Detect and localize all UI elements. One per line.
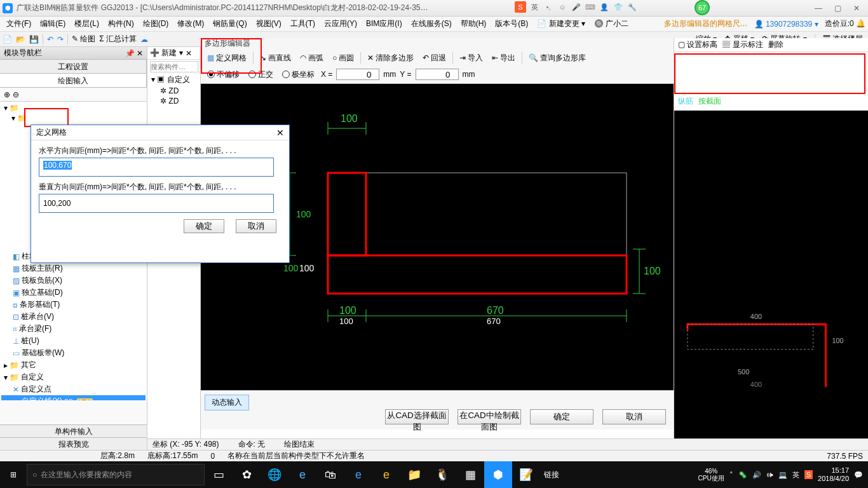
dialog-close-icon[interactable]: ✕: [276, 128, 284, 138]
edge2-icon[interactable]: e: [344, 461, 372, 488]
user-switch[interactable]: 🔘 广小二: [590, 17, 632, 30]
dialog-cancel-button[interactable]: 取消: [236, 219, 276, 233]
menu-cloud[interactable]: 云应用(Y): [320, 17, 361, 30]
close-icon[interactable]: ✕: [186, 49, 192, 58]
section-label[interactable]: 按截面: [698, 96, 721, 107]
menu-view[interactable]: 视图(V): [252, 17, 285, 30]
link-label[interactable]: 链接: [540, 470, 563, 480]
ime-icon-1[interactable]: •,: [543, 1, 554, 13]
menu-file[interactable]: 文件(F): [3, 17, 35, 30]
draw-circle-button[interactable]: ○ 画圆: [330, 51, 356, 65]
clear-poly-button[interactable]: ✕ 清除多边形: [365, 51, 416, 65]
set-elevation-button[interactable]: ▢ 设置标高: [678, 39, 717, 50]
tab-report[interactable]: 报表预览: [0, 437, 147, 450]
app-icon[interactable]: ✿: [233, 461, 261, 488]
tray-up-icon[interactable]: ˄: [729, 471, 733, 479]
new-component-button[interactable]: ➕ 新建 ▾: [150, 48, 183, 58]
close-button[interactable]: ✕: [848, 2, 865, 15]
taskbar-search[interactable]: ○ 在这里输入你要搜索的内容: [27, 464, 205, 485]
radio-polar[interactable]: 极坐标: [280, 68, 317, 81]
sum-button[interactable]: Σ 汇总计算: [99, 34, 137, 44]
tree-custom-point[interactable]: ✕ 自定义点: [1, 383, 146, 395]
comp-item[interactable]: ✲ ZD: [147, 86, 200, 96]
open-file-icon[interactable]: 📂: [16, 35, 25, 44]
ime-wrench-icon[interactable]: 🔧: [627, 1, 638, 13]
tree-item[interactable]: ▨ 筏板负筋(X): [1, 274, 146, 287]
draw-mode[interactable]: ✎ 绘图: [72, 34, 95, 44]
tab-single-input[interactable]: 单构件输入: [0, 424, 147, 437]
right-canvas[interactable]: 400 100 500 400: [674, 111, 868, 450]
tab-project-setting[interactable]: 工程设置: [0, 60, 147, 73]
tray-wifi-icon[interactable]: 💻: [778, 471, 787, 479]
menu-modify[interactable]: 修改(M): [173, 17, 208, 30]
tree-item[interactable]: ▣ 独立基础(D): [1, 287, 146, 299]
ime-mic-icon[interactable]: 🎤: [571, 1, 582, 13]
vertical-rebar-label[interactable]: 纵筋: [678, 96, 693, 107]
dialog-ok-button[interactable]: 确定: [184, 219, 224, 233]
menu-tool[interactable]: 工具(T): [287, 17, 319, 30]
cloud-upload-icon[interactable]: ☁: [140, 35, 148, 44]
ime-panel[interactable]: S 英 •, ☺ 🎤 ⌨ 👤 👕 🔧: [515, 1, 638, 13]
v-spacing-input[interactable]: [39, 194, 274, 213]
explorer-icon[interactable]: 🌐: [261, 461, 288, 488]
tray-safe-icon[interactable]: 🦠: [738, 471, 747, 479]
tray-sogou-icon[interactable]: S: [804, 470, 813, 479]
save-icon[interactable]: 💾: [29, 35, 39, 44]
comp-tree[interactable]: ▾ ▣ 自定义 ✲ ZD ✲ ZD: [147, 74, 200, 106]
ok-button[interactable]: 确定: [530, 409, 593, 424]
tree-item[interactable]: ⊥ 桩(U): [1, 335, 146, 347]
ie-icon[interactable]: e: [372, 461, 400, 488]
ime-keyboard-icon[interactable]: ⌨: [585, 1, 596, 13]
ime-smile-icon[interactable]: ☺: [557, 1, 568, 13]
folder-icon[interactable]: 📁: [400, 461, 428, 488]
app-icon[interactable]: ▦: [456, 461, 484, 488]
sogou-icon[interactable]: S: [515, 1, 526, 13]
query-poly-button[interactable]: 🔍 查询多边形库: [526, 51, 588, 65]
tree-custom-line[interactable]: ▭ 自定义线(X) ▯▯NEW: [1, 395, 146, 400]
glodon-icon[interactable]: ⬢: [484, 461, 512, 488]
menu-draw[interactable]: 绘图(D): [139, 17, 173, 30]
tab-draw-input[interactable]: 绘图输入: [0, 74, 147, 87]
tree-item[interactable]: ⊡ 桩承台(V): [1, 311, 146, 323]
notes-icon[interactable]: 📝: [512, 461, 540, 488]
show-label-button[interactable]: ▤ 显示标注: [722, 39, 763, 50]
redo-icon[interactable]: ↷: [57, 35, 64, 44]
cpu-meter[interactable]: 46%CPU使用: [698, 468, 724, 482]
comp-item[interactable]: ✲ ZD: [147, 96, 200, 106]
tree-item[interactable]: ⧈ 条形基础(T): [1, 299, 146, 311]
dynamic-input-button[interactable]: 动态输入: [205, 395, 249, 410]
taskbar-clock[interactable]: 15:172018/4/20: [818, 466, 849, 483]
new-file-icon[interactable]: 📄: [3, 35, 12, 44]
h-spacing-input[interactable]: 100,670: [39, 158, 274, 177]
menu-edit[interactable]: 编辑(E): [36, 17, 69, 30]
tree-folder[interactable]: ▾ 📁: [1, 113, 146, 123]
export-button[interactable]: ⇤ 导出: [489, 51, 518, 65]
collapse-icon[interactable]: ⊖: [13, 90, 19, 99]
new-change-button[interactable]: 📄 新建变更 ▾: [533, 17, 589, 30]
qq-icon[interactable]: 🐧: [428, 461, 456, 488]
tree-item[interactable]: ▭ 基础板带(W): [1, 347, 146, 359]
component-search-input[interactable]: [150, 61, 198, 72]
edge-icon[interactable]: e: [288, 461, 316, 488]
y-input[interactable]: [416, 69, 459, 80]
tree-folder-other[interactable]: ▸ 📁 其它: [1, 359, 146, 371]
menu-version[interactable]: 版本号(B): [491, 17, 532, 30]
panel-pin-icon[interactable]: 📌 ✕: [125, 49, 143, 58]
x-input[interactable]: [336, 69, 379, 80]
menu-online[interactable]: 在线服务(S): [407, 17, 456, 30]
cancel-button[interactable]: 取消: [602, 409, 666, 424]
import-button[interactable]: ⇥ 导入: [457, 51, 485, 65]
tray-vol-icon[interactable]: 🕪: [766, 471, 773, 478]
radio-ortho[interactable]: 正交: [246, 68, 276, 81]
maximize-button[interactable]: ▢: [829, 2, 846, 15]
ime-shirt-icon[interactable]: 👕: [613, 1, 624, 13]
undo-poly-button[interactable]: ↶ 回退: [420, 51, 449, 65]
ime-user-icon[interactable]: 👤: [599, 1, 610, 13]
undo-icon[interactable]: ↶: [47, 35, 53, 44]
tree-folder[interactable]: ▾ 📁: [1, 103, 146, 113]
menu-rebar[interactable]: 钢筋量(Q): [209, 17, 250, 30]
expand-icon[interactable]: ⊕: [4, 90, 10, 99]
tray-ime-icon[interactable]: 英: [792, 470, 799, 480]
delete-button[interactable]: 删除: [768, 39, 783, 50]
start-button[interactable]: ⊞: [0, 461, 27, 488]
